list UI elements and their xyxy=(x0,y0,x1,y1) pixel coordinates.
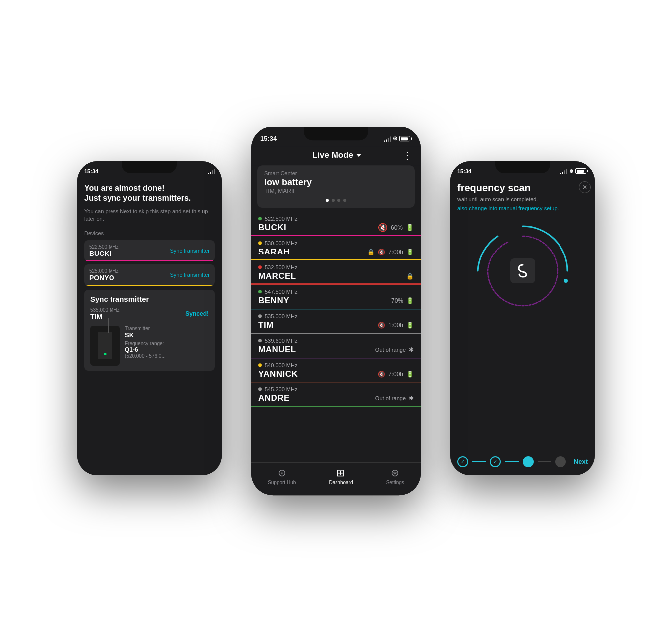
tx-led xyxy=(104,353,107,355)
ch-freq-bucki: 522.500 MHz xyxy=(265,216,297,222)
sync-device-freq: 535.000 MHz xyxy=(90,307,119,313)
setup-sub: You can press Next to skip this step and… xyxy=(84,208,215,223)
ch-dot-tim xyxy=(258,314,262,318)
channel-row-bucki[interactable]: 522.500 MHz BUCKI 🔇 60% 🔋 xyxy=(251,212,421,236)
freq-scan-link[interactable]: also change into manual frequency setup. xyxy=(457,205,588,211)
ch-meta-sarah: 🔒 🔇 7:00h 🔋 xyxy=(367,249,414,255)
progress-step-3 xyxy=(523,456,534,467)
sync-btn-ponyo[interactable]: Sync transmitter xyxy=(170,272,210,278)
smart-center-banner: Smart Center low battery TIM, MARIE xyxy=(257,165,415,208)
battery-icon-benny: 🔋 xyxy=(406,297,414,304)
freq-scan-title: frequency scan xyxy=(457,182,588,194)
ch-battery-benny: 70% xyxy=(391,297,403,304)
nav-label-support-hub: Support Hub xyxy=(268,480,296,485)
setup-title: You are almost done!Just sync your trans… xyxy=(84,183,215,204)
ch-dot-andre xyxy=(258,387,262,391)
check-icon-1: ✓ xyxy=(461,459,465,464)
ch-meta-bucki: 🔇 60% 🔋 xyxy=(378,223,414,232)
device-freq-bucki: 522.500 MHz xyxy=(89,244,118,250)
center-battery xyxy=(399,136,412,141)
more-menu-icon[interactable]: ⋮ xyxy=(402,150,413,160)
dropdown-arrow-icon[interactable] xyxy=(356,154,361,157)
ch-freq-yannick: 540.000 MHz xyxy=(265,362,297,368)
channel-row-manuel[interactable]: 539.600 MHz MANUEL Out of range ✱ xyxy=(251,334,421,358)
left-phone-notch xyxy=(122,161,177,173)
left-signal-bars xyxy=(208,168,215,174)
synced-label: Synced! xyxy=(185,310,209,317)
ch-battery-bucki: 60% xyxy=(391,224,403,231)
ch-battery-yannick: 7:00h xyxy=(388,371,403,378)
smart-center-dots xyxy=(264,199,408,202)
ch-dot-manuel xyxy=(258,339,262,342)
bluetooth-icon-andre: ✱ xyxy=(409,395,414,402)
ch-freq-benny: 547.500 MHz xyxy=(265,289,297,295)
scan-dot xyxy=(564,279,568,283)
check-icon-2: ✓ xyxy=(493,459,497,464)
sc-dot-4 xyxy=(343,199,346,202)
mute-icon-bucki: 🔇 xyxy=(378,223,388,232)
ch-name-manuel: MANUEL xyxy=(258,345,296,355)
ch-meta-yannick: 🔇 7:00h 🔋 xyxy=(378,371,414,378)
ch-dot-marcel xyxy=(258,265,262,269)
center-status-icons: ⊛ xyxy=(384,135,412,142)
ch-name-benny: BENNY xyxy=(258,296,289,306)
freq-scan-sub: wait until auto scan is completed. xyxy=(457,196,588,203)
tx-val: SK xyxy=(125,331,209,339)
sync-device-name: TIM xyxy=(90,313,119,321)
ch-name-andre: ANDRE xyxy=(258,393,290,403)
channel-row-benny[interactable]: 547.500 MHz BENNY 70% 🔋 xyxy=(251,285,421,309)
ch-dot-benny xyxy=(258,290,262,293)
right-signal-bars xyxy=(560,168,568,174)
smart-center-names: TIM, MARIE xyxy=(264,188,408,195)
channel-row-tim[interactable]: 535.000 MHz TIM 🔇 1:00h 🔋 xyxy=(251,309,421,334)
nav-item-support-hub[interactable]: ⊙ Support Hub xyxy=(268,467,296,485)
dashboard-icon: ⊞ xyxy=(336,467,345,479)
out-of-range-andre: Out of range xyxy=(375,395,406,401)
ch-dot-bucki xyxy=(258,217,262,220)
channel-row-andre[interactable]: 545.200 MHz ANDRE Out of range ✱ xyxy=(251,382,421,407)
tx-range-sub: (520.000 - 576.0... xyxy=(125,353,209,359)
s-logo-svg xyxy=(515,263,530,278)
progress-line-1 xyxy=(472,461,486,462)
right-wifi-icon: ⊛ xyxy=(569,168,573,174)
close-button[interactable]: ✕ xyxy=(579,181,591,193)
progress-line-3 xyxy=(538,461,551,462)
smart-center-label: Smart Center xyxy=(264,170,408,176)
live-mode-title: Live Mode xyxy=(312,150,361,160)
right-phone-screen: 15:34 ⊛ ✕ frequency scan wait unt xyxy=(450,161,595,475)
progress-step-1: ✓ xyxy=(457,456,468,467)
device-row-ponyo: 525.000 MHz PONYO Sync transmitter xyxy=(84,264,215,286)
center-phone-notch xyxy=(304,127,368,140)
sc-dot-2 xyxy=(332,199,335,202)
ch-name-bucki: BUCKI xyxy=(258,223,286,233)
sc-dot-3 xyxy=(337,199,340,202)
lock-icon-marcel: 🔒 xyxy=(406,273,414,280)
channel-row-marcel[interactable]: 532.500 MHz MARCEL 🔒 xyxy=(251,260,421,285)
channel-row-yannick[interactable]: 540.000 MHz YANNICK 🔇 7:00h 🔋 xyxy=(251,358,421,382)
right-status-icons: ⊛ xyxy=(560,168,588,174)
channel-row-sarah[interactable]: 530.000 MHz SARAH 🔒 🔇 7:00h 🔋 xyxy=(251,236,421,260)
ch-freq-marcel: 532.500 MHz xyxy=(265,264,297,270)
ch-name-marcel: MARCEL xyxy=(258,271,296,281)
bluetooth-icon-manuel: ✱ xyxy=(409,346,414,353)
nav-item-dashboard[interactable]: ⊞ Dashboard xyxy=(329,467,353,485)
sync-btn-bucki[interactable]: Sync transmitter xyxy=(170,248,210,254)
next-button[interactable]: Next xyxy=(574,458,588,465)
transmitter-info: Transmitter SK Frequency range: Q1-6 (52… xyxy=(90,326,209,366)
sync-panel-title: Sync transmitter xyxy=(90,295,209,303)
tx-antenna xyxy=(108,318,109,333)
right-status-time: 15:34 xyxy=(457,168,471,174)
transmitter-image xyxy=(90,326,120,366)
nav-label-settings: Settings xyxy=(386,480,404,485)
nav-item-settings[interactable]: ⊛ Settings xyxy=(386,467,404,485)
center-signal-bars xyxy=(384,136,391,142)
left-phone-screen: 15:34 You are almost done!Just sync your… xyxy=(77,161,222,475)
center-status-time: 15:34 xyxy=(260,135,277,142)
ch-freq-andre: 545.200 MHz xyxy=(265,386,297,392)
sync-panel: Sync transmitter 535.000 MHz TIM Synced! xyxy=(84,290,215,371)
left-phone-content: You are almost done!Just sync your trans… xyxy=(77,177,222,475)
battery-icon-sarah: 🔋 xyxy=(406,249,414,255)
device-name-ponyo: PONYO xyxy=(89,274,118,282)
ch-freq-manuel: 539.600 MHz xyxy=(265,338,297,344)
battery-icon-yannick: 🔋 xyxy=(406,371,414,378)
